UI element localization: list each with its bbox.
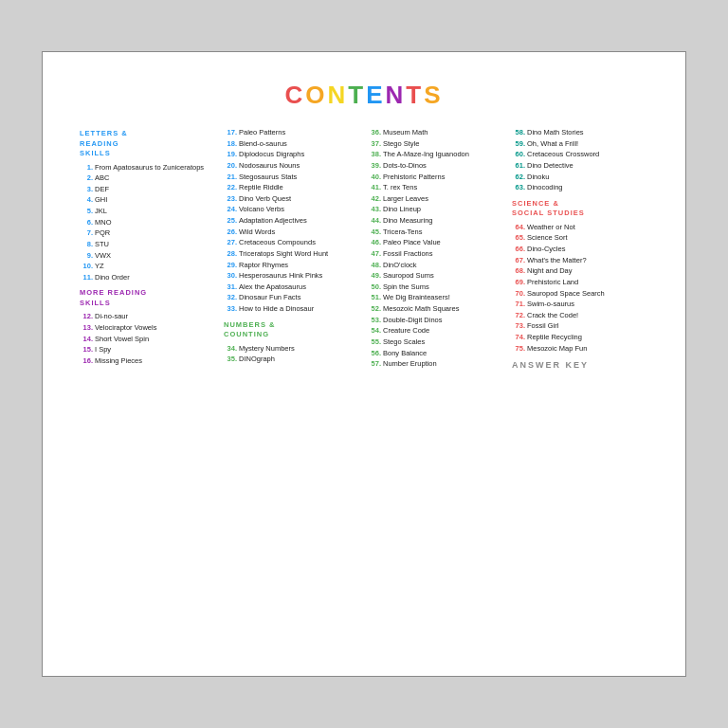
list-item: 57.Number Eruption	[368, 358, 504, 370]
list-item: 31.Alex the Apatosaurus	[224, 282, 360, 293]
list-item: 24.Volcano Verbs	[224, 204, 360, 215]
list-item: 64.Weather or Not	[512, 222, 648, 233]
list-item: 1.From Apatosaurus to Zuniceratops	[80, 162, 216, 173]
list-item: 63.Dinocoding	[512, 182, 648, 193]
section2-items: 12.Di-no-saur 13.Velociraptor Vowels 14.…	[80, 311, 216, 366]
list-item: 19.Diplodocus Digraphs	[224, 149, 360, 160]
list-item: 7.PQR	[80, 228, 216, 239]
list-item: 36.Museum Math	[368, 127, 504, 138]
list-item: 27.Cretaceous Compounds	[224, 237, 360, 248]
list-item: 14.Short Vowel Spin	[80, 334, 216, 345]
list-item: 68.Night and Day	[512, 265, 648, 277]
col1: LETTERS &READINGSKILLS 1.From Apatosauru…	[76, 127, 220, 373]
list-item: 69.Prehistoric Land	[512, 277, 648, 288]
col4: 58.Dino Math Stories 59.Oh, What a Frill…	[508, 127, 652, 373]
list-item: 37.Stego Style	[368, 138, 504, 150]
list-item: 50.Spin the Sums	[368, 282, 504, 293]
list-item: 16.Missing Pieces	[80, 355, 216, 367]
list-item: 39.Dots-to-Dinos	[368, 160, 504, 172]
list-item: 73.Fossil Girl	[512, 320, 648, 332]
list-item: 18.Blend-o-saurus	[224, 138, 360, 150]
list-item: 56.Bony Balance	[368, 348, 504, 359]
list-item: 8.STU	[80, 239, 216, 250]
list-item: 35.DINOgraph	[224, 354, 360, 365]
list-item: 25.Adaptation Adjectives	[224, 215, 360, 227]
section-numbers-counting: NUMBERS &COUNTING	[224, 320, 360, 340]
col3-items: 36.Museum Math 37.Stego Style 38.The A-M…	[368, 127, 504, 370]
list-item: 4.GHI	[80, 194, 216, 206]
list-item: 48.DinO'clock	[368, 260, 504, 271]
page: CONTENTS LETTERS &READINGSKILLS 1.From A…	[42, 51, 686, 677]
list-item: 46.Paleo Place Value	[368, 237, 504, 248]
list-item: 41.T. rex Tens	[368, 182, 504, 193]
section-science-social: SCIENCE &SOCIAL STUDIES	[512, 199, 648, 219]
list-item: 32.Dinosaur Fun Facts	[224, 292, 360, 303]
list-item: 52.Mesozoic Math Squares	[368, 303, 504, 315]
list-item: 60.Cretaceous Crossword	[512, 149, 648, 160]
list-item: 23.Dino Verb Quest	[224, 193, 360, 205]
list-item: 29.Raptor Rhymes	[224, 260, 360, 271]
list-item: 58.Dino Math Stories	[512, 127, 648, 138]
list-item: 30.Hesperosaurus Hink Pinks	[224, 270, 360, 282]
list-item: 49.Sauropod Sums	[368, 270, 504, 282]
list-item: 22.Reptile Riddle	[224, 182, 360, 193]
list-item: 21.Stegosaurus Stats	[224, 172, 360, 183]
col4-section-items: 64.Weather or Not 65.Science Sort 66.Din…	[512, 222, 648, 355]
list-item: 40.Prehistoric Patterns	[368, 172, 504, 183]
list-item: 61.Dino Detective	[512, 160, 648, 172]
list-item: 74.Reptile Recycling	[512, 332, 648, 343]
section-letters-reading: LETTERS &READINGSKILLS	[80, 129, 216, 159]
contents-title: CONTENTS	[76, 81, 652, 110]
list-item: 54.Creature Code	[368, 325, 504, 337]
list-item: 20.Nodosaurus Nouns	[224, 160, 360, 172]
list-item: 45.Tricera-Tens	[368, 227, 504, 238]
list-item: 62.Dinoku	[512, 172, 648, 183]
list-item: 75.Mesozoic Map Fun	[512, 343, 648, 355]
list-item: 6.MNO	[80, 217, 216, 228]
list-item: 43.Dino Lineup	[368, 204, 504, 215]
list-item: 59.Oh, What a Frill!	[512, 138, 648, 150]
col2-section-items: 34.Mystery Numbers 35.DINOgraph	[224, 343, 360, 365]
col3: 36.Museum Math 37.Stego Style 38.The A-M…	[364, 127, 508, 373]
list-item: 34.Mystery Numbers	[224, 343, 360, 355]
list-item: 67.What's the Matter?	[512, 255, 648, 266]
list-item: 3.DEF	[80, 184, 216, 195]
col4-items-top: 58.Dino Math Stories 59.Oh, What a Frill…	[512, 127, 648, 193]
list-item: 38.The A-Maze-Ing Iguanodon	[368, 149, 504, 160]
answer-key-label: ANSWER KEY	[512, 359, 648, 373]
list-item: 11.Dino Order	[80, 272, 216, 283]
section-more-reading: MORE READINGSKILLS	[80, 288, 216, 308]
list-item: 15.I Spy	[80, 344, 216, 355]
list-item: 55.Stego Scales	[368, 337, 504, 348]
list-item: 33.How to Hide a Dinosaur	[224, 303, 360, 315]
list-item: 66.Dino-Cycles	[512, 244, 648, 255]
list-item: 53.Double-Digit Dinos	[368, 315, 504, 326]
list-item: 5.JKL	[80, 206, 216, 217]
list-item: 70.Sauropod Space Search	[512, 288, 648, 300]
list-item: 65.Science Sort	[512, 232, 648, 244]
list-item: 13.Velociraptor Vowels	[80, 322, 216, 334]
col2-items-top: 17.Paleo Patterns 18.Blend-o-saurus 19.D…	[224, 127, 360, 315]
list-item: 9.VWX	[80, 250, 216, 262]
list-item: 17.Paleo Patterns	[224, 127, 360, 138]
col2: 17.Paleo Patterns 18.Blend-o-saurus 19.D…	[220, 127, 364, 373]
list-item: 71.Swim-o-saurus	[512, 299, 648, 310]
list-item: 28.Triceratops Sight Word Hunt	[224, 248, 360, 260]
list-item: 2.ABC	[80, 173, 216, 184]
list-item: 44.Dino Measuring	[368, 215, 504, 227]
list-item: 12.Di-no-saur	[80, 311, 216, 322]
list-item: 51.We Dig Brainteasers!	[368, 292, 504, 303]
list-item: 26.Wild Words	[224, 227, 360, 238]
list-item: 72.Crack the Code!	[512, 310, 648, 321]
list-item: 10.YZ	[80, 261, 216, 272]
section1-items: 1.From Apatosaurus to Zuniceratops 2.ABC…	[80, 162, 216, 283]
toc-columns: LETTERS &READINGSKILLS 1.From Apatosauru…	[76, 127, 652, 373]
list-item: 47.Fossil Fractions	[368, 248, 504, 260]
list-item: 42.Larger Leaves	[368, 193, 504, 205]
